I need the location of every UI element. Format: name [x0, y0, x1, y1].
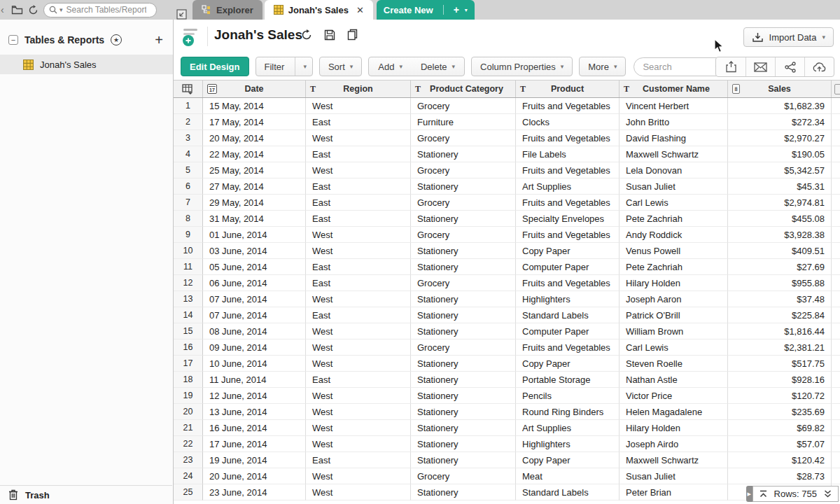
cell-product-category[interactable]: Stationery	[411, 420, 516, 436]
cell-sales[interactable]: $120.42	[728, 452, 832, 468]
cell-sales[interactable]: $1,682.39	[728, 98, 832, 114]
delete-button[interactable]: Delete ▾	[412, 57, 464, 76]
cell-product[interactable]: Fruits and Vegetables	[516, 98, 620, 114]
cell-sales[interactable]: $928.16	[728, 372, 832, 388]
row-number[interactable]: 15	[174, 323, 203, 340]
cell-product[interactable]: Clocks	[516, 114, 620, 130]
row-number[interactable]: 9	[174, 227, 203, 243]
row-number[interactable]: 8	[174, 211, 203, 227]
row-number[interactable]: 2	[174, 114, 203, 130]
cell-region[interactable]: West	[306, 484, 411, 500]
cell-region[interactable]: East	[306, 307, 411, 323]
cell-region[interactable]: West	[306, 243, 411, 259]
cell-sales[interactable]: $28.73	[728, 468, 832, 484]
cell-product[interactable]: Computer Paper	[516, 323, 620, 340]
cell-customer-name[interactable]: Joseph Airdo	[620, 436, 728, 452]
share-button[interactable]	[775, 57, 804, 76]
cell-product-category[interactable]: Grocery	[411, 468, 516, 484]
cell-product-category[interactable]: Grocery	[411, 340, 516, 356]
cell-customer-name[interactable]: Susan Juliet	[620, 178, 728, 195]
cell-product[interactable]: Art Supplies	[516, 420, 620, 436]
cell-region[interactable]: East	[306, 452, 411, 468]
cell-region[interactable]: West	[306, 98, 411, 114]
cell-sales[interactable]: $2,970.27	[728, 130, 832, 146]
cell-product[interactable]: Fruits and Vegetables	[516, 275, 620, 291]
table-row[interactable]: 10 03 June, 2014 West Stationery Copy Pa…	[174, 243, 840, 259]
cell-product[interactable]: Copy Paper	[516, 356, 620, 372]
cell-customer-name[interactable]: John Britto	[620, 114, 728, 130]
cell-region[interactable]: West	[306, 340, 411, 356]
cell-product-category[interactable]: Stationery	[411, 484, 516, 500]
export-button[interactable]	[716, 57, 746, 76]
cell-date[interactable]: 10 June, 2014	[203, 356, 306, 372]
row-number[interactable]: 11	[174, 259, 203, 275]
table-row[interactable]: 1 15 May, 2014 West Grocery Fruits and V…	[174, 98, 840, 114]
row-number[interactable]: 22	[174, 436, 203, 452]
cell-region[interactable]: West	[306, 420, 411, 436]
cell-customer-name[interactable]: Joseph Aaron	[620, 291, 728, 307]
row-number[interactable]: 18	[174, 372, 203, 388]
cell-product-category[interactable]: Grocery	[411, 227, 516, 243]
plus-icon[interactable]: +	[454, 4, 459, 15]
cell-customer-name[interactable]: Venus Powell	[620, 243, 728, 259]
add-button[interactable]: Add ▾	[369, 57, 412, 76]
table-row[interactable]: 12 06 June, 2014 East Grocery Fruits and…	[174, 275, 840, 291]
row-number[interactable]: 6	[174, 178, 203, 195]
cell-date[interactable]: 12 June, 2014	[203, 388, 306, 404]
table-row[interactable]: 18 11 June, 2014 East Stationery Portabl…	[174, 372, 840, 388]
table-row[interactable]: 21 16 June, 2014 West Stationery Art Sup…	[174, 420, 840, 436]
add-table-button[interactable]: +	[155, 32, 163, 48]
sort-button[interactable]: Sort ▾	[319, 57, 362, 76]
create-new-button[interactable]: Create New + ▾	[377, 0, 475, 20]
chevron-down-icon[interactable]: ▾	[302, 63, 308, 70]
cell-product[interactable]: Standard Labels	[516, 307, 620, 323]
cell-product[interactable]: Fruits and Vegetables	[516, 195, 620, 211]
row-number[interactable]: 24	[174, 468, 203, 484]
tab-jonahs-sales[interactable]: Jonah's Sales ✕	[265, 0, 373, 20]
cell-sales[interactable]: $2,381.21	[728, 340, 832, 356]
cell-customer-name[interactable]: Hilary Holden	[620, 420, 728, 436]
cell-date[interactable]: 17 May, 2014	[203, 114, 306, 130]
col-header-region[interactable]: T Region	[306, 80, 411, 97]
table-row[interactable]: 5 25 May, 2014 West Grocery Fruits and V…	[174, 162, 840, 178]
cell-region[interactable]: East	[306, 146, 411, 162]
cell-customer-name[interactable]: Helen Magadalene	[620, 404, 728, 420]
col-header-customer-name[interactable]: T Customer Name	[620, 80, 728, 97]
row-number[interactable]: 4	[174, 146, 203, 162]
cell-customer-name[interactable]: Peter Brian	[620, 484, 728, 500]
cell-product-category[interactable]: Stationery	[411, 178, 516, 195]
cell-product[interactable]: Pencils	[516, 388, 620, 404]
sidebar-search-input[interactable]	[65, 4, 148, 15]
favorites-star-icon[interactable]: ★	[111, 34, 122, 46]
refresh-icon[interactable]	[28, 5, 38, 15]
cell-product-category[interactable]: Grocery	[411, 162, 516, 178]
cell-sales[interactable]: $57.07	[728, 436, 832, 452]
folder-icon[interactable]	[11, 5, 23, 15]
table-row[interactable]: 15 08 June, 2014 West Stationery Compute…	[174, 323, 840, 340]
search-scope-caret-icon[interactable]: ▾	[59, 6, 63, 13]
collapse-widget-icon[interactable]: ▶	[746, 486, 752, 502]
table-row[interactable]: 17 10 June, 2014 West Stationery Copy Pa…	[174, 356, 840, 372]
table-row[interactable]: 6 27 May, 2014 East Stationery Art Suppl…	[174, 178, 840, 195]
cell-sales[interactable]: $45.31	[728, 178, 832, 195]
filter-button[interactable]: Filter ▾	[255, 57, 313, 76]
row-number[interactable]: 12	[174, 275, 203, 291]
cell-customer-name[interactable]: Hilary Holden	[620, 275, 728, 291]
cell-sales[interactable]: $190.05	[728, 146, 832, 162]
cell-product[interactable]: Fruits and Vegetables	[516, 130, 620, 146]
cell-sales[interactable]: $69.82	[728, 420, 832, 436]
cell-region[interactable]: West	[306, 436, 411, 452]
cell-date[interactable]: 01 June, 2014	[203, 227, 306, 243]
table-row[interactable]: 20 13 June, 2014 West Stationery Round R…	[174, 404, 840, 420]
cell-product-category[interactable]: Stationery	[411, 291, 516, 307]
save-icon[interactable]	[324, 29, 335, 41]
cell-customer-name[interactable]: Lela Donovan	[620, 162, 728, 178]
table-row[interactable]: 14 07 June, 2014 East Stationery Standar…	[174, 307, 840, 323]
cell-product[interactable]: Standard Labels	[516, 484, 620, 500]
views-list-button[interactable]	[181, 26, 202, 47]
row-number[interactable]: 5	[174, 162, 203, 178]
cell-customer-name[interactable]: Susan Juliet	[620, 468, 728, 484]
import-data-button[interactable]: Import Data ▾	[743, 27, 834, 47]
cell-product[interactable]: Fruits and Vegetables	[516, 340, 620, 356]
cell-product-category[interactable]: Stationery	[411, 388, 516, 404]
